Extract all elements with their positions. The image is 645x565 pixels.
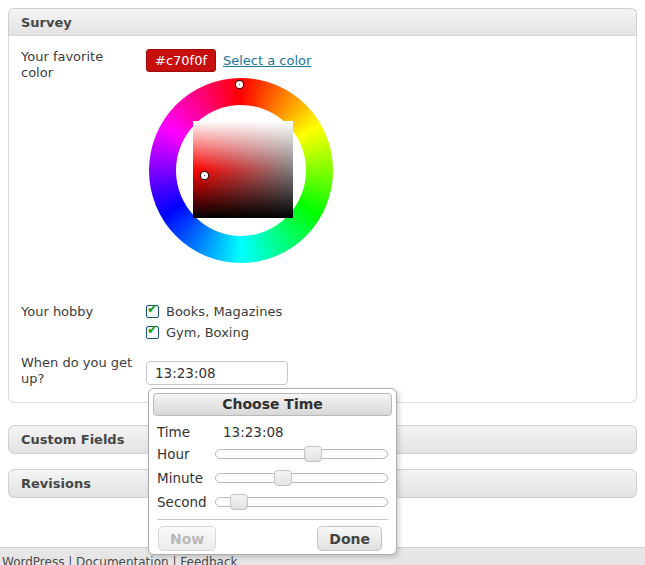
saturation-marker[interactable]: [201, 172, 208, 179]
time-label: Time: [157, 424, 215, 440]
section-title: Revisions: [21, 476, 91, 491]
select-color-link[interactable]: Select a color: [223, 53, 311, 68]
survey-panel: Your favorite color Select a color Your …: [8, 36, 637, 403]
time-picker-title: Choose Time: [153, 393, 392, 416]
checkbox-label: Books, Magazines: [166, 304, 282, 319]
hue-marker[interactable]: [236, 81, 243, 88]
second-label: Second: [157, 494, 215, 510]
saturation-lightness-square[interactable]: [193, 121, 293, 218]
hour-slider[interactable]: [215, 449, 388, 459]
hour-slider-handle[interactable]: [304, 446, 322, 462]
time-input[interactable]: [146, 361, 288, 385]
second-slider-handle[interactable]: [230, 494, 248, 510]
hobby-option-books[interactable]: ✔ Books, Magazines: [146, 304, 282, 319]
minute-slider[interactable]: [215, 473, 388, 483]
section-header-survey[interactable]: Survey: [8, 8, 637, 36]
hobby-option-gym[interactable]: ✔ Gym, Boxing: [146, 325, 249, 340]
section-title: Custom Fields: [21, 432, 124, 447]
now-button[interactable]: Now: [158, 526, 216, 551]
time-picker-popup: Choose Time Time 13:23:08 Hour Minute Se…: [148, 388, 397, 555]
check-icon: ✔: [147, 323, 158, 336]
footer-links: WordPress | Documentation | Feedback: [2, 555, 237, 565]
page: Survey Your favorite color Select a colo…: [0, 0, 645, 565]
minute-label: Minute: [157, 470, 215, 486]
section-title: Survey: [21, 15, 72, 30]
favorite-color-label: Your favorite color: [21, 49, 136, 81]
wake-time-label: When do you get up?: [21, 355, 136, 387]
color-wheel: [149, 78, 333, 263]
check-icon: ✔: [147, 302, 158, 315]
checkbox[interactable]: ✔: [146, 305, 159, 318]
second-slider[interactable]: [215, 497, 388, 507]
time-value: 13:23:08: [215, 424, 284, 440]
hobby-label: Your hobby: [21, 304, 136, 320]
color-value-input[interactable]: [146, 49, 216, 72]
minute-slider-handle[interactable]: [274, 470, 292, 486]
checkbox[interactable]: ✔: [146, 326, 159, 339]
checkbox-label: Gym, Boxing: [166, 325, 249, 340]
done-button[interactable]: Done: [317, 526, 382, 551]
hour-label: Hour: [157, 446, 215, 462]
